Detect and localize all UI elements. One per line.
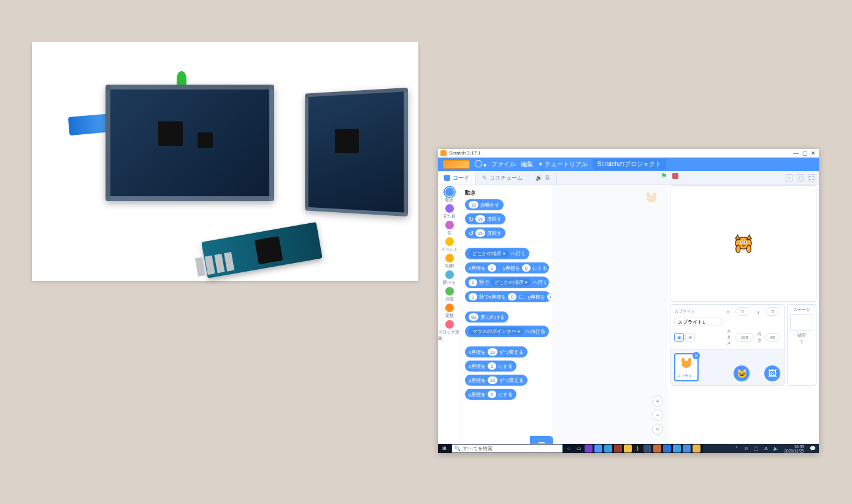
block-goto-xy[interactable]: x座標を 0 、y座標を 0 にする (465, 262, 549, 273)
zoom-out-button[interactable]: － (652, 410, 663, 421)
category-control[interactable]: 制御 (445, 254, 454, 269)
minimize-button[interactable]: — (793, 150, 799, 156)
block-turn-ccw[interactable]: ↺ 15 度回す (465, 227, 505, 239)
block-input[interactable]: 0 (488, 264, 496, 272)
tab-costumes[interactable]: ✎ コスチューム (476, 171, 529, 185)
block-dropdown[interactable]: どこかの場所 (469, 250, 509, 258)
taskbar-app-icon[interactable] (604, 445, 612, 452)
block-text: 度に向ける (480, 314, 505, 321)
taskbar-clock[interactable]: 16:33 2020/11/29 (781, 445, 807, 453)
tray-icon[interactable]: ⬚ (752, 445, 760, 452)
add-sprite-button[interactable]: 🐱 (734, 365, 750, 381)
large-stage-button[interactable]: ◻ (797, 174, 804, 181)
add-backdrop-button[interactable]: 🖼 (764, 365, 780, 381)
block-input[interactable]: 1 (469, 293, 477, 300)
taskbar-app-icon[interactable] (594, 445, 602, 452)
block-goto-menu[interactable]: どこかの場所 へ行く (465, 248, 529, 259)
category-sensing[interactable]: 調べる (443, 270, 456, 286)
close-button[interactable]: ✕ (810, 150, 816, 156)
block-input[interactable]: 0 (488, 391, 496, 398)
show-button[interactable]: ◉ (674, 333, 684, 342)
block-point-towards[interactable]: マウスのポインター へ向ける (465, 326, 549, 337)
taskbar-app-icon[interactable] (643, 445, 651, 452)
small-stage-button[interactable]: ▫ (786, 174, 793, 181)
stage-thumbnail[interactable] (790, 314, 813, 331)
tab-sounds[interactable]: 🔊 音 (529, 171, 557, 185)
category-operators[interactable]: 演算 (445, 287, 454, 302)
block-input[interactable]: 15 (475, 215, 485, 223)
taskbar-app-icon[interactable] (663, 445, 671, 452)
taskbar-app-icon[interactable] (653, 445, 661, 452)
cortana-icon[interactable]: ○ (565, 445, 573, 452)
volume-icon[interactable]: 🔈 (772, 445, 780, 452)
block-turn-cw[interactable]: ↻ 15 度回す (465, 213, 505, 224)
block-glide-menu[interactable]: 1 秒で どこかの場所 へ行く (465, 277, 549, 288)
category-looks[interactable]: 見た目 (443, 204, 456, 220)
block-input[interactable]: 90 (469, 313, 478, 321)
taskbar-search[interactable]: 🔍 すべてを検索 (452, 445, 562, 452)
zoom-in-button[interactable]: ＋ (652, 395, 663, 407)
block-move-steps[interactable]: 10 歩動かす (465, 199, 504, 210)
category-myblocks[interactable]: ブロック定義 (438, 320, 461, 342)
taskbar-app-icon[interactable] (624, 445, 632, 452)
tutorials-button[interactable]: ✦ チュートリアル (538, 160, 588, 169)
stage-view[interactable] (670, 185, 816, 302)
taskbar-app-icon[interactable]: ⟩ (634, 445, 642, 452)
block-dropdown[interactable]: マウスのポインター (469, 327, 524, 335)
sprite-item-label: スプライ… (677, 373, 696, 379)
notifications-icon[interactable]: 💬 (808, 445, 816, 452)
hide-button[interactable]: ⊘ (685, 333, 695, 342)
block-set-y[interactable]: y座標を 0 にする (465, 389, 516, 400)
sprite-direction-value[interactable]: 90 (766, 333, 780, 342)
block-input[interactable]: 0 (488, 362, 496, 370)
file-menu[interactable]: ファイル (491, 160, 516, 169)
start-button[interactable]: ⊞ (440, 445, 448, 452)
task-view-icon[interactable]: ▭ (575, 445, 583, 452)
block-input[interactable]: 10 (469, 201, 478, 208)
category-motion[interactable]: 動き (445, 188, 454, 203)
script-canvas[interactable]: ⊞ ＋ － ＝ (553, 185, 667, 453)
block-dropdown[interactable]: どこかの場所 (491, 278, 531, 286)
category-events[interactable]: イベント (441, 237, 458, 253)
block-set-x[interactable]: x座標を 0 にする (465, 361, 516, 372)
green-flag-button[interactable]: ⚑ (661, 172, 667, 180)
scratch-logo[interactable] (443, 160, 470, 169)
block-input[interactable]: 0 (508, 293, 516, 300)
sprite-size-value[interactable]: 100 (735, 333, 754, 342)
edit-menu[interactable]: 編集 (521, 160, 533, 169)
language-menu[interactable]: ▾ (475, 160, 486, 169)
tray-chevron-icon[interactable]: ˄ (732, 445, 740, 452)
tray-icon[interactable]: ⎚ (742, 445, 750, 452)
project-name-field[interactable]: Scratchのプロジェクト (593, 159, 666, 170)
block-point-direction[interactable]: 90 度に向ける (465, 311, 509, 323)
taskbar-app-icon[interactable] (673, 445, 681, 452)
category-variables[interactable]: 変数 (445, 304, 454, 319)
stage-sprite-cat[interactable] (731, 228, 756, 254)
maximize-button[interactable]: ▢ (802, 150, 808, 156)
zoom-reset-button[interactable]: ＝ (652, 424, 663, 435)
delete-sprite-button[interactable]: ✕ (693, 352, 700, 359)
block-change-y[interactable]: y座標を 10 ずつ変える (465, 375, 528, 386)
category-sound[interactable]: 音 (445, 221, 454, 236)
fullscreen-button[interactable]: ⛶ (808, 174, 815, 181)
block-input[interactable]: 0 (547, 293, 551, 300)
block-input[interactable]: 1 (469, 279, 477, 286)
stop-button[interactable] (672, 173, 678, 179)
block-change-x[interactable]: x座標を 10 ずつ変える (465, 346, 528, 357)
taskbar-app-icon[interactable] (585, 445, 593, 452)
ime-icon[interactable]: A (762, 445, 770, 452)
taskbar-app-icon[interactable] (693, 445, 700, 452)
sprite-item[interactable]: ✕ スプライ… (674, 353, 699, 381)
sprite-name-input[interactable] (674, 318, 723, 326)
stage-run-controls: ⚑ (657, 171, 682, 181)
block-input[interactable]: 15 (475, 229, 485, 237)
sprite-y-value[interactable]: 0 (766, 307, 780, 316)
sprite-x-value[interactable]: 0 (735, 307, 750, 316)
taskbar-app-icon[interactable] (683, 445, 691, 452)
block-input[interactable]: 10 (488, 376, 497, 384)
block-input[interactable]: 10 (488, 348, 497, 356)
block-input[interactable]: 0 (522, 264, 531, 272)
block-glide-xy[interactable]: 1 秒でx座標を 0 に、y座標を 0 (465, 291, 551, 302)
taskbar-app-icon[interactable] (614, 445, 622, 452)
tab-code[interactable]: コード (438, 171, 476, 185)
